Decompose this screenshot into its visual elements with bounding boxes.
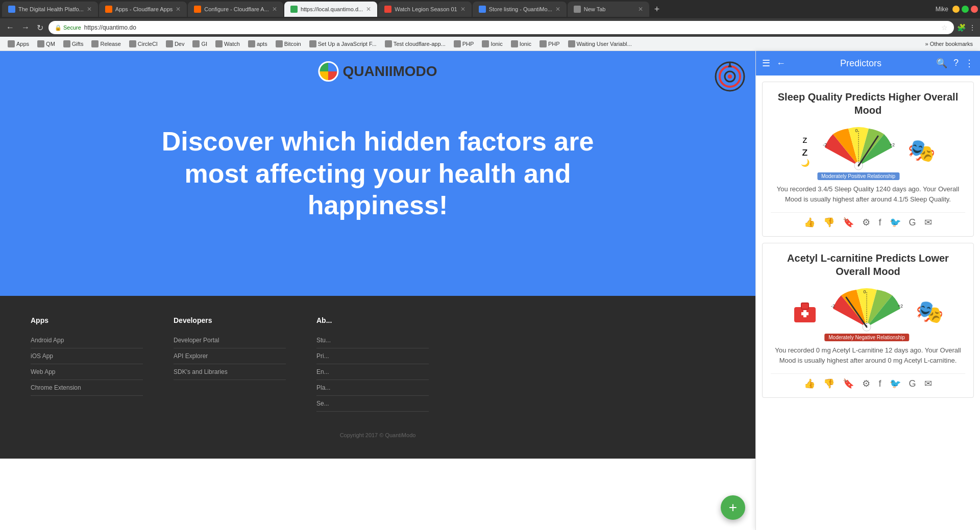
tab-close-icon[interactable]: ✕ (87, 6, 92, 13)
bookmarks-more-button[interactable]: » Other bookmarks (922, 40, 976, 48)
bookmark-item-16[interactable]: Waiting User Variabl... (565, 39, 635, 48)
star-icon[interactable]: ☆ (941, 23, 948, 32)
tab-close-icon[interactable]: ✕ (460, 6, 465, 13)
svg-rect-16 (801, 312, 808, 315)
back-button[interactable]: ← (4, 22, 16, 33)
browser-tab-tab6[interactable]: Store listing - QuantiMo... ✕ (473, 2, 567, 17)
bookmark-item-15[interactable]: PHP (536, 39, 564, 48)
footer-link-pla[interactable]: Pla... (316, 380, 429, 396)
footer-dev-list: Developer Portal API Explorer SDK's and … (174, 333, 286, 380)
close-button[interactable] (971, 6, 978, 13)
thumbs-up-icon-2[interactable]: 👍 (804, 378, 815, 389)
window-controls (952, 6, 978, 13)
footer-link-se[interactable]: Se... (316, 396, 429, 412)
card-acetyl-description: You recorded 0 mg Acetyl L-carnitine 12 … (771, 345, 965, 365)
browser-tab-tab3[interactable]: Configure - Cloudflare A... ✕ (188, 2, 283, 17)
bookmark-favicon (511, 40, 518, 47)
browser-tab-tab2[interactable]: Apps - Cloudflare Apps ✕ (99, 2, 187, 17)
browser-tab-tab4[interactable]: https://local.quantimo.d... ✕ (284, 2, 377, 17)
bookmark-icon-2[interactable]: 🔖 (843, 378, 854, 389)
bookmark-favicon (385, 40, 392, 47)
forward-button[interactable]: → (19, 22, 32, 33)
footer-link-stu[interactable]: Stu... (316, 333, 429, 348)
medical-kit-icon (792, 299, 818, 324)
url-bar[interactable]: 🔒 Secure https://quantimo.do ☆ (48, 21, 954, 34)
tab-close-icon[interactable]: ✕ (366, 6, 371, 13)
extensions-icon[interactable]: 🧩 (957, 23, 966, 32)
minimize-button[interactable] (952, 6, 960, 13)
panel-menu-icon[interactable]: ☰ (762, 58, 770, 69)
footer-columns: Apps Android App iOS App Web App Chrome … (31, 316, 725, 412)
bookmark-favicon (91, 40, 99, 47)
footer-link-devportal[interactable]: Developer Portal (174, 333, 286, 348)
thumbs-down-icon-2[interactable]: 👎 (823, 378, 835, 389)
google-icon-2[interactable]: G (909, 378, 916, 389)
panel-back-icon[interactable]: ← (776, 58, 786, 69)
hero-section: QUANIIMODO Discover which hidden factors… (0, 51, 755, 296)
bookmark-item-7[interactable]: Watch (212, 39, 243, 48)
email-icon-2[interactable]: ✉ (924, 378, 932, 389)
facebook-icon-2[interactable]: f (878, 378, 881, 389)
tab-favicon (479, 6, 486, 13)
tab-close-icon[interactable]: ✕ (638, 6, 643, 13)
bookmark-item-13[interactable]: Ionic (478, 39, 506, 48)
footer-link-pri[interactable]: Pri... (316, 348, 429, 364)
browser-tab-tab7[interactable]: New Tab ✕ (568, 2, 649, 17)
panel-help-icon[interactable]: ? (953, 58, 959, 69)
bookmark-label: PHP (548, 41, 560, 47)
new-tab-button[interactable]: + (650, 4, 664, 15)
bookmark-item-11[interactable]: Test cloudflare-app... (381, 39, 449, 48)
tab-close-icon[interactable]: ✕ (176, 6, 181, 13)
settings-icon[interactable]: ⚙ (862, 217, 870, 228)
svg-point-3 (728, 74, 732, 79)
footer-link-api[interactable]: API Explorer (174, 348, 286, 364)
tab-close-icon[interactable]: ✕ (555, 6, 560, 13)
site-logo[interactable]: QUANIIMODO (318, 61, 437, 82)
bookmark-icon[interactable]: 🔖 (843, 217, 854, 228)
browser-tab-tab1[interactable]: The Digital Health Platfo... ✕ (2, 2, 98, 17)
bookmark-item-12[interactable]: PHP (450, 39, 478, 48)
bookmark-favicon (482, 40, 489, 47)
bookmark-item-2[interactable]: Gifts (60, 39, 87, 48)
bookmark-item-6[interactable]: GI (189, 39, 211, 48)
bookmark-favicon (454, 40, 461, 47)
user-name: Mike (936, 6, 948, 13)
bookmark-item-14[interactable]: Ionic (507, 39, 535, 48)
tab-close-icon[interactable]: ✕ (272, 6, 277, 13)
thumbs-up-icon[interactable]: 👍 (804, 217, 815, 228)
footer-copyright: Copyright 2017 © QuantiModo (31, 432, 725, 438)
twitter-icon[interactable]: 🐦 (890, 217, 901, 228)
card-sleep-gauge-section: z z 🌙 (771, 125, 965, 176)
panel-more-icon[interactable]: ⋮ (965, 58, 974, 69)
footer-link-chrome[interactable]: Chrome Extension (31, 380, 143, 396)
footer-link-android[interactable]: Android App (31, 333, 143, 348)
bookmark-item-5[interactable]: Dev (162, 39, 188, 48)
twitter-icon-2[interactable]: 🐦 (890, 378, 901, 389)
email-icon[interactable]: ✉ (924, 217, 932, 228)
bookmark-item-8[interactable]: apts (244, 39, 271, 48)
bookmark-item-10[interactable]: Set Up a JavaScript F... (306, 39, 380, 48)
google-icon[interactable]: G (909, 217, 916, 228)
bookmarks-bar: Apps QM Gifts Release CircleCI Dev GI Wa… (0, 37, 980, 51)
thumbs-down-icon[interactable]: 👎 (823, 217, 835, 228)
refresh-button[interactable]: ↻ (35, 22, 45, 34)
bookmark-item-4[interactable]: CircleCI (126, 39, 161, 48)
footer-link-web[interactable]: Web App (31, 364, 143, 380)
tab-favicon (8, 6, 15, 13)
tab-title: https://local.quantimo.d... (301, 6, 363, 12)
facebook-icon[interactable]: f (878, 217, 881, 228)
maximize-button[interactable] (962, 6, 969, 13)
bookmark-item-9[interactable]: Bitcoin (272, 39, 305, 48)
footer-link-ios[interactable]: iOS App (31, 348, 143, 364)
panel-search-icon[interactable]: 🔍 (936, 58, 947, 69)
bookmark-label: Set Up a JavaScript F... (318, 41, 377, 47)
menu-icon[interactable]: ⋮ (969, 23, 976, 32)
footer-link-sdk[interactable]: SDK's and Libraries (174, 364, 286, 380)
settings-icon-2[interactable]: ⚙ (862, 378, 870, 389)
browser-tab-tab5[interactable]: Watch Legion Season 01 ✕ (378, 2, 472, 17)
footer-link-en[interactable]: En... (316, 364, 429, 380)
bookmark-item-0[interactable]: Apps (4, 39, 33, 48)
bookmark-item-3[interactable]: Release (88, 39, 124, 48)
bookmark-item-1[interactable]: QM (34, 39, 59, 48)
tab-favicon (574, 6, 581, 13)
